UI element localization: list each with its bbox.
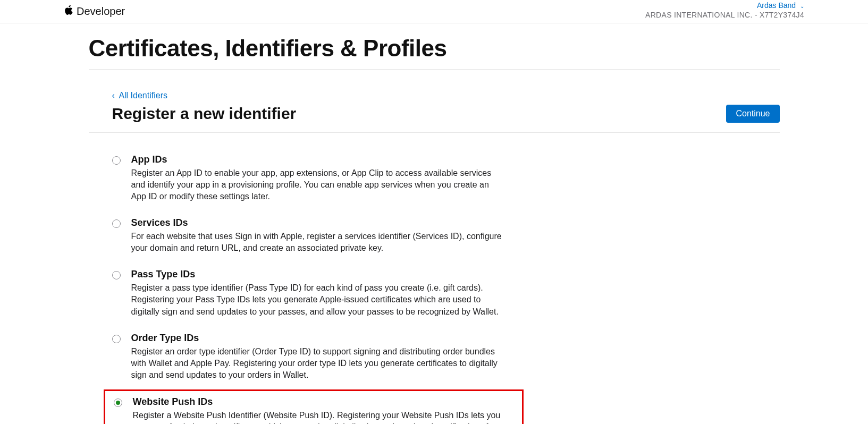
option-title: App IDs xyxy=(131,154,504,165)
brand[interactable]: Developer xyxy=(64,5,125,18)
option-description: Register an App ID to enable your app, a… xyxy=(131,167,503,202)
radio-order-type-ids[interactable] xyxy=(112,335,121,343)
chevron-left-icon: ‹ xyxy=(112,91,115,100)
radio-app-ids[interactable] xyxy=(112,156,121,165)
account-block: Ardas Band ⌄ ARDAS INTERNATIONAL INC. - … xyxy=(645,1,804,20)
option-title: Order Type IDs xyxy=(131,333,504,344)
option-app-ids[interactable]: App IDsRegister an App ID to enable your… xyxy=(89,148,509,211)
option-body: Services IDsFor each website that uses S… xyxy=(131,217,504,254)
radio-website-push-ids[interactable] xyxy=(114,398,122,407)
breadcrumb-label: All Identifiers xyxy=(119,91,167,100)
account-user-name: Ardas Band xyxy=(757,1,796,10)
top-bar: Developer Ardas Band ⌄ ARDAS INTERNATION… xyxy=(0,0,868,23)
option-description: Register an order type identifier (Order… xyxy=(131,346,503,381)
identifier-options-list: App IDsRegister an App ID to enable your… xyxy=(89,148,780,424)
page-container: Certificates, Identifiers & Profiles ‹ A… xyxy=(89,23,780,424)
brand-label: Developer xyxy=(77,5,125,18)
option-description: For each website that uses Sign in with … xyxy=(131,231,503,254)
option-body: Website Push IDsRegister a Website Push … xyxy=(133,396,518,424)
option-description: Register a pass type identifier (Pass Ty… xyxy=(131,282,503,317)
option-order-type-ids[interactable]: Order Type IDsRegister an order type ide… xyxy=(89,326,509,389)
continue-button[interactable]: Continue xyxy=(726,105,779,123)
radio-services-ids[interactable] xyxy=(112,219,121,228)
page-title: Certificates, Identifiers & Profiles xyxy=(89,23,780,70)
option-website-push-ids[interactable]: Website Push IDsRegister a Website Push … xyxy=(104,389,524,424)
option-pass-type-ids[interactable]: Pass Type IDsRegister a pass type identi… xyxy=(89,262,509,326)
chevron-down-icon: ⌄ xyxy=(800,3,804,9)
option-title: Website Push IDs xyxy=(133,396,518,408)
section-header: Register a new identifier Continue xyxy=(89,105,780,133)
option-title: Services IDs xyxy=(131,217,504,228)
account-team-label: ARDAS INTERNATIONAL INC. - X7T2Y374J4 xyxy=(645,11,804,20)
section-title: Register a new identifier xyxy=(112,105,297,123)
apple-logo-icon xyxy=(64,5,73,18)
option-body: Pass Type IDsRegister a pass type identi… xyxy=(131,269,504,317)
option-description: Register a Website Push Identifier (Webs… xyxy=(133,410,505,424)
option-body: Order Type IDsRegister an order type ide… xyxy=(131,333,504,381)
radio-pass-type-ids[interactable] xyxy=(112,271,121,279)
breadcrumb-all-identifiers[interactable]: ‹ All Identifiers xyxy=(112,91,780,100)
option-body: App IDsRegister an App ID to enable your… xyxy=(131,154,504,202)
account-user-dropdown[interactable]: Ardas Band ⌄ xyxy=(645,1,804,11)
option-services-ids[interactable]: Services IDsFor each website that uses S… xyxy=(89,211,509,262)
option-title: Pass Type IDs xyxy=(131,269,504,280)
